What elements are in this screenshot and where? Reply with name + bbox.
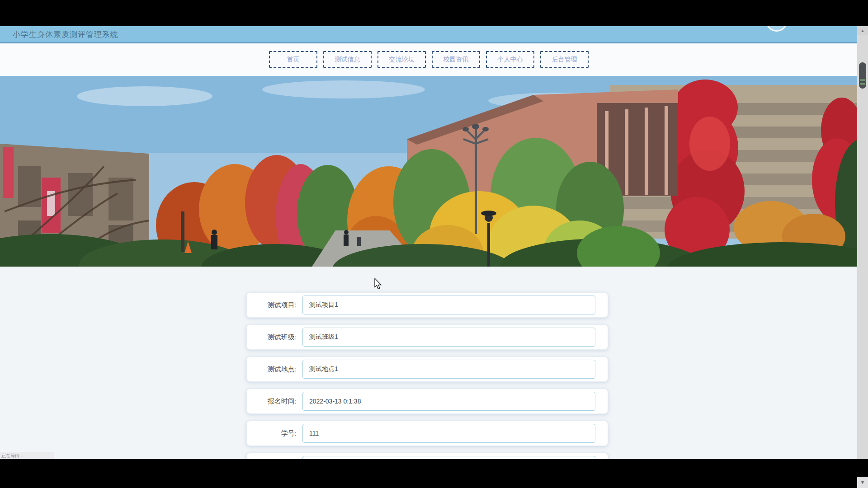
nav-item-campus-news[interactable]: 校园资讯 xyxy=(432,51,480,68)
app-header: 小学生身体素质测评管理系统 xyxy=(0,26,868,43)
scroll-up-icon[interactable]: ▲ xyxy=(857,26,868,35)
letterbox-bottom xyxy=(0,459,868,488)
nav-item-forum[interactable]: 交流论坛 xyxy=(377,51,426,68)
campus-photo xyxy=(0,76,868,267)
signup-time-input[interactable] xyxy=(302,392,595,411)
form-row-class: 测试班级: xyxy=(246,324,608,350)
field-label: 测试班级: xyxy=(247,333,297,342)
nav-item-personal-center[interactable]: 个人中心 xyxy=(486,51,534,68)
test-project-input[interactable] xyxy=(302,296,595,314)
browser-viewport: 小学生身体素质测评管理系统 首页 测试信息 交流论坛 校园资讯 个人中心 后台管… xyxy=(0,0,868,488)
form-row-signup-time: 报名时间: xyxy=(246,389,608,414)
mouse-cursor xyxy=(374,278,383,292)
student-id-input[interactable] xyxy=(302,424,595,443)
test-class-input[interactable] xyxy=(302,328,595,347)
field-label: 学号: xyxy=(247,429,297,438)
carousel-banner xyxy=(0,76,868,267)
nav-item-admin[interactable]: 后台管理 xyxy=(540,51,589,68)
form-row-project: 测试项目: xyxy=(246,292,608,318)
field-label: 测试项目: xyxy=(247,301,297,310)
field-label: 测试地点: xyxy=(247,365,297,374)
test-location-input[interactable] xyxy=(302,360,595,379)
field-label: 报名时间: xyxy=(247,397,297,406)
scroll-down-icon[interactable]: ▼ xyxy=(857,477,868,488)
test-detail-form: 测试项目: 测试班级: 测试地点: 报名时间: 学号: xyxy=(246,292,608,485)
main-nav: 首页 测试信息 交流论坛 校园资讯 个人中心 后台管理 xyxy=(269,51,589,68)
nav-item-home[interactable]: 首页 xyxy=(269,51,317,68)
form-row-student-id: 学号: xyxy=(246,421,608,446)
nav-item-test-info[interactable]: 测试信息 xyxy=(323,51,372,68)
scrollbar-track[interactable]: ▲ xyxy=(857,26,868,488)
app-title: 小学生身体素质测评管理系统 xyxy=(13,26,118,43)
browser-status-text: 正在等待... xyxy=(0,452,54,460)
scrollbar-thumb[interactable] xyxy=(859,62,866,89)
nav-strip: 首页 测试信息 交流论坛 校园资讯 个人中心 后台管理 xyxy=(0,43,868,76)
letterbox-top xyxy=(0,0,868,26)
form-row-location: 测试地点: xyxy=(246,357,608,382)
